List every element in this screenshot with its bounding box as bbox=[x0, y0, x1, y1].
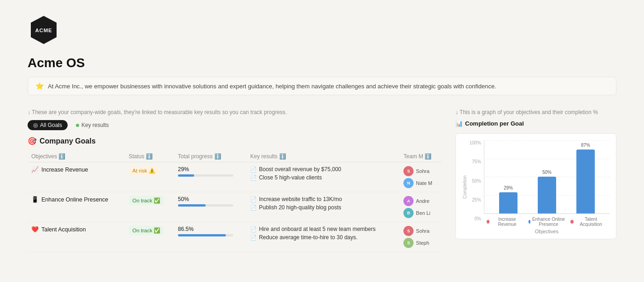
progress-bar-container-2 bbox=[178, 234, 233, 236]
tab-key-results[interactable]: Key results bbox=[70, 120, 114, 130]
star-icon: ⭐ bbox=[35, 82, 44, 90]
tab-key-results-label: Key results bbox=[81, 122, 109, 128]
avatar-row: S Sohra bbox=[403, 166, 438, 176]
legend-dot-revenue bbox=[487, 220, 490, 224]
key-result-item: 📄Publish 20 high-quality blog posts bbox=[250, 204, 396, 211]
goal-progress-2: 86.5% bbox=[174, 222, 247, 252]
goal-progress-0: 29% bbox=[174, 162, 247, 192]
goal-team-2: S Sohra S Steph bbox=[400, 222, 442, 252]
bar-online-presence-fill bbox=[538, 177, 556, 213]
chart-title-text: Completion per Goal bbox=[465, 120, 524, 127]
avatar-row: A Andre bbox=[403, 196, 438, 206]
key-result-item: 📄Increase website traffic to 13K/mo bbox=[250, 196, 396, 202]
progress-pct-0: 29% bbox=[178, 166, 243, 173]
bar-online-presence: 50% bbox=[538, 170, 556, 213]
key-result-item: 📄Hire and onboard at least 5 new team me… bbox=[250, 226, 396, 232]
x-label-presence: Enhance Online Presence bbox=[529, 217, 565, 227]
goal-progress-1: 50% bbox=[174, 192, 247, 222]
progress-bar-container-0 bbox=[178, 174, 233, 177]
avatar: S bbox=[403, 238, 414, 248]
goal-objective-0: 📈Increase Revenue bbox=[28, 162, 125, 192]
goal-team-0: S Sohra N Nate M bbox=[400, 162, 442, 192]
svg-text:ACME: ACME bbox=[35, 28, 52, 33]
avatar: A bbox=[403, 196, 414, 206]
key-result-item: 📄Close 5 high-value clients bbox=[250, 174, 396, 181]
status-badge-1: On track ✅ bbox=[129, 196, 164, 205]
chart-bars-area: 29% 50% 87% bbox=[484, 140, 610, 214]
avatar-row: S Steph bbox=[403, 238, 438, 248]
goal-key-results-0: 📄Boost overall revenue by $75,000📄Close … bbox=[247, 162, 400, 192]
team-member-name: Steph bbox=[416, 240, 429, 246]
section-title-text: Company Goals bbox=[40, 137, 96, 145]
goal-key-results-2: 📄Hire and onboard at least 5 new team me… bbox=[247, 222, 400, 252]
avatar-row: N Nate M bbox=[403, 178, 438, 188]
chart-hint: ↓ This is a graph of your objectives and… bbox=[455, 109, 616, 115]
chart-panel: ↓ This is a graph of your objectives and… bbox=[442, 109, 616, 252]
table-row: ❤️Talent AcquisitionOn track ✅ 86.5% 📄Hi… bbox=[28, 222, 442, 252]
goal-objective-1: 📱Enhance Online Presence bbox=[28, 192, 125, 222]
progress-bar-fill-1 bbox=[178, 204, 206, 207]
chart-y-axis: 100% 75% 50% 25% 0% bbox=[469, 140, 484, 234]
objectives-axis-label: Objectives bbox=[484, 229, 610, 234]
avatar-row: B Ben Li bbox=[403, 208, 438, 218]
goals-table: Objectives ℹ️ Status ℹ️ Total progress ℹ… bbox=[28, 151, 442, 252]
chart-content: 29% 50% 87% bbox=[484, 140, 610, 234]
progress-pct-2: 86.5% bbox=[178, 226, 243, 232]
chart-wrapper: Completion 100% 75% 50% 25% 0% bbox=[462, 140, 610, 234]
avatar-row: S Sohra bbox=[403, 226, 438, 236]
team-label: Team M bbox=[403, 153, 423, 160]
goal-objective-2: ❤️Talent Acquisition bbox=[28, 222, 125, 252]
col-team: Team M ℹ️ bbox=[400, 151, 442, 162]
goal-status-0: At risk ⚠️ bbox=[125, 162, 174, 192]
key-result-item: 📄Reduce average time-to-hire to 30 days. bbox=[250, 234, 396, 241]
avatar: B bbox=[403, 208, 414, 218]
bar-talent-acquisition-fill bbox=[576, 150, 595, 213]
col-key-results: Key results ℹ️ bbox=[247, 151, 400, 162]
tab-all-goals-label: All Goals bbox=[40, 122, 62, 128]
goal-icon-2: ❤️ bbox=[31, 226, 39, 233]
avatar: S bbox=[403, 226, 414, 236]
goal-name-0: Increase Revenue bbox=[41, 167, 88, 173]
legend-dot-presence bbox=[529, 220, 531, 224]
progress-bar-container-1 bbox=[178, 204, 233, 207]
progress-label-header: Total progress bbox=[178, 153, 213, 160]
col-progress: Total progress ℹ️ bbox=[174, 151, 247, 162]
chart-area: Completion 100% 75% 50% 25% 0% bbox=[455, 133, 616, 239]
table-row: 📱Enhance Online PresenceOn track ✅ 50% 📄… bbox=[28, 192, 442, 222]
goals-tabs: ◎ All Goals Key results bbox=[28, 120, 442, 130]
goals-section-icon: 🎯 bbox=[28, 137, 37, 145]
avatar: S bbox=[403, 166, 414, 176]
chart-title: 📊 Completion per Goal bbox=[455, 120, 616, 127]
goals-panel: ↓ These are your company-wide goals, the… bbox=[28, 109, 442, 252]
key-results-label: Key results bbox=[250, 153, 277, 160]
description-text: At Acme Inc., we empower businesses with… bbox=[48, 83, 496, 90]
status-badge-2: On track ✅ bbox=[129, 226, 164, 235]
progress-bar-fill-0 bbox=[178, 174, 194, 177]
x-label-talent: Talent Acquisition bbox=[570, 217, 607, 227]
team-member-name: Nate M bbox=[416, 180, 432, 186]
goal-icon-0: 📈 bbox=[31, 166, 39, 173]
acme-logo: ACME bbox=[28, 14, 60, 46]
table-row: 📈Increase RevenueAt risk ⚠️ 29% 📄Boost o… bbox=[28, 162, 442, 192]
goal-status-1: On track ✅ bbox=[125, 192, 174, 222]
objectives-label: Objectives bbox=[31, 153, 57, 160]
goal-name-1: Enhance Online Presence bbox=[41, 196, 108, 203]
key-result-item: 📄Boost overall revenue by $75,000 bbox=[250, 166, 396, 173]
tab-all-goals[interactable]: ◎ All Goals bbox=[28, 120, 68, 130]
chart-bar-icon: 📊 bbox=[455, 120, 463, 127]
col-objectives: Objectives ℹ️ bbox=[28, 151, 125, 162]
goals-hint: ↓ These are your company-wide goals, the… bbox=[28, 109, 442, 115]
all-goals-icon: ◎ bbox=[33, 122, 38, 128]
team-member-name: Ben Li bbox=[416, 210, 430, 216]
description-bar: ⭐ At Acme Inc., we empower businesses wi… bbox=[28, 77, 616, 95]
avatar: N bbox=[403, 178, 414, 188]
page-title: Acme OS bbox=[28, 56, 616, 70]
team-member-name: Andre bbox=[416, 198, 429, 204]
status-badge-0: At risk ⚠️ bbox=[129, 166, 159, 175]
bar-increase-revenue-fill bbox=[499, 192, 518, 213]
key-results-dot bbox=[76, 124, 79, 127]
team-member-name: Sohra bbox=[416, 228, 429, 234]
x-label-revenue: Increase Revenue bbox=[487, 217, 523, 227]
legend-dot-talent bbox=[570, 220, 574, 224]
goal-team-1: A Andre B Ben Li bbox=[400, 192, 442, 222]
